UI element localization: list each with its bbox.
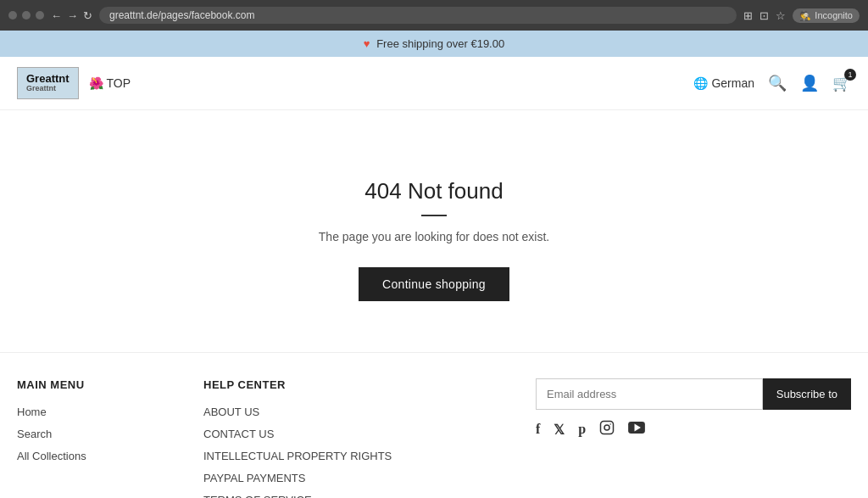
- cart-badge: 1: [844, 69, 856, 81]
- list-item: CONTACT US: [203, 427, 519, 440]
- email-input[interactable]: [536, 378, 763, 410]
- svg-rect-0: [601, 422, 614, 434]
- help-terms-link[interactable]: TERMS OF SERVICE: [203, 494, 312, 498]
- language-label: German: [711, 76, 754, 90]
- shipping-bar-text: Free shipping over €19.00: [376, 37, 504, 50]
- list-item: Home: [17, 405, 186, 418]
- svg-point-1: [604, 425, 609, 430]
- main-menu-list: Home Search All Collections: [17, 405, 186, 462]
- nav-refresh-btn[interactable]: ↻: [83, 9, 92, 22]
- footer-main-menu: MAIN MENU Home Search All Collections: [17, 378, 186, 498]
- list-item: PAYPAL PAYMENTS: [203, 471, 519, 484]
- list-item: All Collections: [17, 449, 186, 462]
- search-button[interactable]: 🔍: [768, 74, 787, 92]
- logo-name: Greattnt: [26, 72, 70, 85]
- incognito-badge: 🕵 Incognito: [793, 8, 860, 23]
- error-title: 404 Not found: [17, 178, 851, 204]
- cart-button[interactable]: 🛒 1: [832, 74, 851, 92]
- window-close-btn[interactable]: [8, 11, 17, 20]
- error-divider: [421, 215, 447, 216]
- browser-action-buttons[interactable]: ⊞ ⊡ ☆ 🕵 Incognito: [743, 8, 860, 23]
- list-item: Search: [17, 427, 186, 440]
- pinterest-icon[interactable]: p: [578, 422, 586, 437]
- site-logo[interactable]: Greattnt Greattnt: [17, 67, 79, 99]
- youtube-icon[interactable]: [628, 422, 645, 437]
- list-item: TERMS OF SERVICE: [203, 493, 519, 498]
- twitter-x-icon[interactable]: 𝕏: [554, 422, 565, 438]
- header-left: Greattnt Greattnt 🌺 TOP: [17, 67, 131, 99]
- heart-icon: ♥: [364, 37, 370, 50]
- browser-chrome: ← → ↻ greattnt.de/pages/facebook.com ⊞ ⊡…: [0, 0, 868, 31]
- address-bar[interactable]: greattnt.de/pages/facebook.com: [99, 7, 737, 24]
- screenshot-icon[interactable]: ⊡: [760, 9, 769, 22]
- browser-window-controls[interactable]: [8, 11, 44, 20]
- error-description: The page you are looking for does not ex…: [17, 230, 851, 243]
- globe-icon: 🌐: [693, 76, 708, 90]
- list-item: INTELLECTUAL PROPERTY RIGHTS: [203, 449, 519, 462]
- list-item: ABOUT US: [203, 405, 519, 418]
- window-maximize-btn[interactable]: [36, 11, 44, 20]
- bookmark-icon[interactable]: ☆: [776, 9, 786, 22]
- help-center-title: Help Center: [203, 378, 519, 391]
- footer-help-center: Help Center ABOUT US CONTACT US INTELLEC…: [203, 378, 519, 498]
- language-selector[interactable]: 🌐 German: [693, 76, 754, 90]
- nav-back-btn[interactable]: ←: [51, 9, 62, 22]
- header-right: 🌐 German 🔍 👤 🛒 1: [693, 74, 851, 92]
- account-button[interactable]: 👤: [800, 74, 819, 92]
- menu-collections-link[interactable]: All Collections: [17, 450, 86, 462]
- window-minimize-btn[interactable]: [22, 11, 31, 20]
- help-paypal-link[interactable]: PAYPAL PAYMENTS: [203, 472, 305, 484]
- browser-nav-controls[interactable]: ← → ↻: [51, 9, 92, 22]
- footer-subscribe: Subscribe to f 𝕏 p: [536, 378, 851, 439]
- top-label-text: TOP: [107, 76, 131, 90]
- subscribe-form: Subscribe to: [536, 378, 851, 410]
- top-emoji-icon: 🌺: [89, 76, 103, 90]
- menu-home-link[interactable]: Home: [17, 406, 47, 418]
- help-contact-link[interactable]: CONTACT US: [203, 428, 274, 440]
- footer-subscribe-section: Subscribe to f 𝕏 p: [536, 378, 851, 498]
- incognito-icon: 🕵: [799, 10, 811, 21]
- help-about-link[interactable]: ABOUT US: [203, 406, 259, 418]
- social-icons: f 𝕏 p: [536, 420, 851, 439]
- translate-icon[interactable]: ⊞: [743, 9, 753, 22]
- help-ipr-link[interactable]: INTELLECTUAL PROPERTY RIGHTS: [203, 450, 392, 462]
- subscribe-button[interactable]: Subscribe to: [763, 378, 851, 410]
- site-footer: MAIN MENU Home Search All Collections He…: [0, 352, 868, 498]
- site-header: Greattnt Greattnt 🌺 TOP 🌐 German 🔍 👤 🛒 1: [0, 57, 868, 110]
- continue-shopping-button[interactable]: Continue shopping: [359, 267, 509, 301]
- facebook-icon[interactable]: f: [536, 422, 540, 437]
- url-text: greattnt.de/pages/facebook.com: [109, 9, 254, 21]
- instagram-icon[interactable]: [599, 420, 615, 439]
- footer-grid: MAIN MENU Home Search All Collections He…: [17, 378, 851, 498]
- nav-forward-btn[interactable]: →: [67, 9, 78, 22]
- shipping-bar: ♥ Free shipping over €19.00: [0, 31, 868, 57]
- top-label[interactable]: 🌺 TOP: [89, 76, 131, 90]
- help-center-list: ABOUT US CONTACT US INTELLECTUAL PROPERT…: [203, 405, 519, 498]
- svg-point-2: [610, 423, 612, 425]
- main-menu-title: MAIN MENU: [17, 378, 186, 391]
- logo-sub: Greattnt: [26, 85, 70, 93]
- menu-search-link[interactable]: Search: [17, 428, 52, 440]
- main-content: 404 Not found The page you are looking f…: [0, 110, 868, 352]
- incognito-label: Incognito: [815, 10, 853, 20]
- cart-count: 1: [848, 70, 852, 79]
